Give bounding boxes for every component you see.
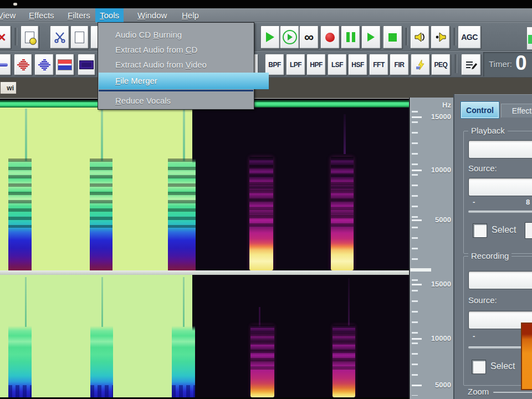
recording-volume-slider[interactable] — [468, 346, 524, 349]
stop-button[interactable] — [383, 25, 402, 49]
ruler-label-15000-b: 15000 — [410, 280, 451, 288]
spectral-energy-column — [249, 157, 273, 270]
play-all-button[interactable] — [280, 25, 299, 49]
zoom-group-title: Zoom — [468, 387, 489, 396]
edit-list-button[interactable] — [461, 54, 481, 75]
playback-group-title: Playback — [468, 126, 508, 135]
pause-button[interactable] — [341, 25, 360, 49]
wave-reverse-button[interactable] — [14, 54, 32, 75]
spectral-energy-column — [331, 157, 354, 270]
zoom-group-line — [493, 392, 532, 393]
spectrogram-right-file — [192, 108, 409, 270]
paste-button[interactable] — [70, 25, 89, 49]
fft-filter-button[interactable]: FFT — [369, 54, 388, 75]
tab-effects[interactable]: Effects — [501, 104, 532, 117]
menu-window[interactable]: Window — [133, 8, 171, 22]
menu-item-extract-audio-video[interactable]: Extract Audio from Video — [99, 57, 269, 72]
ruler-label-10000-b: 10000 — [410, 334, 451, 342]
blank-selection-button[interactable] — [78, 54, 95, 75]
file-tab-label: wi — [7, 84, 14, 92]
ruler-label-5000: 5000 — [410, 216, 451, 224]
harmonic-spike — [259, 307, 260, 327]
fir-filter-button[interactable]: FIR — [390, 54, 409, 75]
spectrogram-window — [0, 98, 409, 399]
playback-device-select[interactable] — [468, 140, 532, 158]
spectral-energy-column — [8, 158, 32, 270]
ruler-ticks — [412, 102, 418, 396]
speaker-swap-button[interactable] — [410, 25, 429, 49]
audio-editor-window: View Effects Filters Tools Window Help × — [0, 0, 532, 399]
fft-label: FFT — [373, 61, 385, 69]
channel-divider — [0, 270, 409, 275]
agc-button[interactable]: AGC — [458, 25, 481, 49]
playback-volume-slider[interactable] — [468, 211, 532, 213]
playback-group: Playback Source: - 8 Select — [463, 131, 532, 254]
toolbar-separator — [14, 28, 17, 45]
toolbar-separator — [405, 28, 407, 45]
recording-source-label: Source: — [468, 295, 497, 305]
play-icon — [367, 33, 375, 42]
wave-forward-button[interactable] — [34, 54, 54, 75]
lsf-filter-button[interactable]: LSF — [328, 54, 347, 75]
harmonic-spike — [101, 277, 103, 327]
fir-label: FIR — [395, 61, 405, 69]
playback-source-select[interactable] — [468, 178, 532, 196]
loop-button[interactable]: ∞ — [299, 25, 319, 49]
spectrogram-channel-left[interactable] — [0, 108, 409, 270]
spectral-energy-column — [90, 326, 113, 397]
play-selection-button[interactable] — [361, 25, 381, 49]
tab-control[interactable]: Control — [461, 102, 499, 118]
menu-item-reduce-vocals[interactable]: Reduce Vocals — [99, 93, 269, 108]
ruler-unit: Hz — [410, 101, 451, 109]
recording-select-checkbox[interactable] — [472, 360, 486, 374]
ruler-label-10000: 10000 — [410, 166, 451, 174]
spectrogram-channel-right[interactable] — [0, 275, 409, 397]
speaker-icon — [433, 30, 448, 44]
mix-pattern-icon — [58, 59, 72, 70]
bpf-label: BPF — [268, 61, 281, 69]
clipped-control[interactable] — [525, 222, 532, 239]
menu-view[interactable]: View — [0, 8, 20, 22]
peq-filter-button[interactable]: PEQ — [431, 54, 451, 75]
circle-play-icon — [283, 30, 297, 44]
menu-separator — [99, 90, 253, 91]
timer-label: Timer: — [489, 59, 512, 69]
speaker-mute-button[interactable] — [431, 25, 450, 49]
document-icon — [75, 32, 84, 43]
document-badge-icon — [25, 32, 34, 43]
menu-effects[interactable]: Effects — [24, 8, 59, 22]
playback-select-checkbox[interactable] — [473, 223, 487, 238]
cut-button[interactable] — [50, 25, 69, 49]
menu-item-file-merger[interactable]: File Merger — [99, 73, 269, 89]
toolbar-separator — [453, 28, 456, 45]
harmonic-spike — [25, 109, 27, 161]
record-button[interactable] — [320, 25, 340, 49]
flat-line-icon — [0, 63, 8, 66]
red-waveform-icon — [17, 59, 30, 71]
file-tab[interactable]: wi — [0, 81, 17, 94]
menu-item-audio-cd-burning[interactable]: Audio CD Burning — [99, 27, 269, 42]
recording-device-select[interactable] — [468, 271, 532, 289]
spectral-energy-column — [332, 325, 355, 397]
video-artifact-dot — [13, 3, 17, 6]
save-file-button[interactable] — [21, 25, 39, 49]
flat-line-button[interactable] — [0, 54, 11, 75]
quick-effect-button[interactable] — [411, 54, 430, 75]
delete-button[interactable]: × — [0, 25, 11, 49]
mix-paste-button[interactable] — [55, 54, 74, 75]
harmonic-spike — [183, 109, 185, 161]
lightning-icon — [415, 59, 426, 70]
hsf-filter-button[interactable]: HSF — [348, 54, 367, 75]
playback-select-label: Select — [492, 225, 516, 235]
lpf-label: LPF — [290, 61, 301, 69]
menu-filters[interactable]: Filters — [63, 8, 95, 22]
menu-help[interactable]: Help — [177, 8, 203, 22]
stop-icon — [388, 33, 397, 42]
clipped-edge-button[interactable] — [526, 27, 532, 50]
hpf-filter-button[interactable]: HPF — [306, 54, 326, 75]
scissors-icon — [54, 31, 66, 43]
menu-tools[interactable]: Tools — [95, 8, 124, 22]
menu-item-extract-audio-cd[interactable]: Extract Audio from CD — [99, 42, 269, 57]
lpf-filter-button[interactable]: LPF — [286, 54, 305, 75]
playback-range-min: - — [473, 198, 475, 206]
